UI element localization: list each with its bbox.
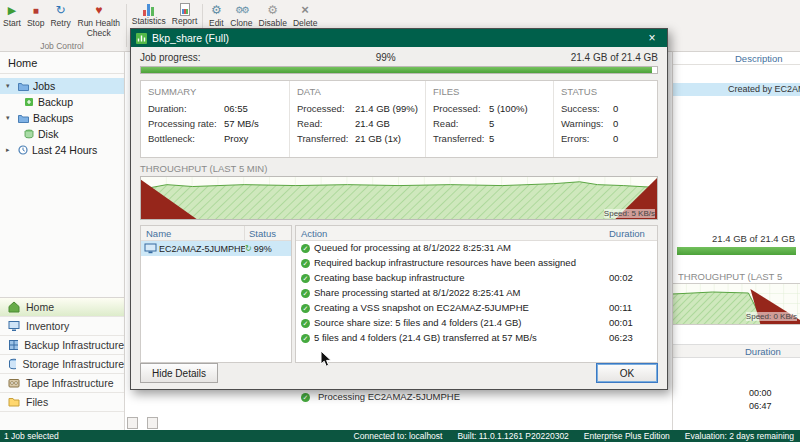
tree-item-last-24-hours[interactable]: ▸ Last 24 Hours xyxy=(0,142,124,158)
report-icon xyxy=(180,3,190,16)
chevron-down-icon[interactable]: ▾ xyxy=(6,82,14,90)
delete-icon: × xyxy=(301,3,309,18)
errors-count: 0 xyxy=(613,133,618,144)
chevron-down-icon[interactable]: ▾ xyxy=(6,114,14,122)
tree-item-jobs[interactable]: ▾ Jobs xyxy=(0,78,124,94)
machines-table: Name Status EC2AMAZ-5JUMPHE ↻ 99% xyxy=(140,225,292,363)
ribbon-separator xyxy=(126,4,127,47)
start-button[interactable]: ▶ Start xyxy=(0,2,24,30)
check-icon: ✓ xyxy=(301,289,310,298)
machine-row[interactable]: EC2AMAZ-5JUMPHE ↻ 99% xyxy=(141,241,291,256)
name-column-header[interactable]: Name xyxy=(141,226,245,240)
nav-item-backup-infrastructure[interactable]: Backup Infrastructure xyxy=(0,336,124,355)
delete-button[interactable]: × Delete xyxy=(290,2,321,30)
nav-item-storage-infrastructure[interactable]: Storage Infrastructure xyxy=(0,355,124,374)
duration-value: 06:47 xyxy=(749,401,772,411)
folder-icon xyxy=(18,82,29,91)
machine-status-percent: 99% xyxy=(254,244,272,254)
warnings-count: 0 xyxy=(613,118,618,129)
nav-item-home[interactable]: Home xyxy=(0,298,124,317)
selected-job-row[interactable]: Created by EC2AMAZ-5J xyxy=(673,83,800,96)
action-row[interactable]: ✓ Creating base backup infrastructure 00… xyxy=(296,271,657,286)
job-stats-icon xyxy=(136,33,147,44)
files-icon xyxy=(8,396,20,408)
check-icon: ✓ xyxy=(301,304,310,313)
close-icon[interactable]: × xyxy=(642,29,662,47)
tree-item-disk[interactable]: Disk xyxy=(0,126,124,142)
dialog-title: Bkp_share (Full) xyxy=(152,32,637,44)
action-row[interactable]: ✓ Share processing started at 8/1/2022 8… xyxy=(296,286,657,301)
action-row[interactable]: ✓ Queued for processing at 8/1/2022 8:25… xyxy=(296,241,657,256)
edit-note-icon[interactable] xyxy=(147,417,158,429)
folder-icon xyxy=(18,114,29,123)
hide-details-button[interactable]: Hide Details xyxy=(140,363,218,383)
nav-item-tape-infrastructure[interactable]: Tape Infrastructure xyxy=(0,374,124,393)
tree-item-backups[interactable]: ▾ Backups xyxy=(0,110,124,126)
health-check-icon: ♥ xyxy=(95,3,102,18)
statistics-button[interactable]: Statistics xyxy=(129,2,169,28)
edition-label: Enterprise Plus Edition xyxy=(584,431,670,441)
duration-value: 06:55 xyxy=(224,103,248,114)
connected-label: Connected to: localhost xyxy=(354,431,443,441)
stop-icon: ■ xyxy=(33,3,39,18)
inventory-icon xyxy=(8,320,20,332)
edit-button[interactable]: ⚙ Edit xyxy=(205,2,227,30)
background-progress-size: 21.4 GB of 21.4 GB xyxy=(712,233,795,244)
duration-column-header[interactable]: Duration xyxy=(605,228,657,239)
status-column-header[interactable]: Status xyxy=(245,228,291,239)
sidebar: Home ▾ Jobs Backup ▾ Backups Disk ▸ xyxy=(0,52,125,430)
check-icon: ✓ xyxy=(301,334,310,343)
background-processing-row: ✓ Processing EC2AMAZ-5JUMPHE xyxy=(296,391,460,402)
check-icon: ✓ xyxy=(301,259,310,268)
files-transferred-value: 5 xyxy=(489,133,494,144)
retry-button[interactable]: ↻ Retry xyxy=(47,2,73,30)
job-statistics-panel: SUMMARY Duration:06:55 Processing rate:5… xyxy=(140,80,658,158)
evaluation-label: Evaluation: 2 days remaining xyxy=(685,431,794,441)
job-progress-dialog: Bkp_share (Full) × Job progress: 99% 21.… xyxy=(130,28,668,390)
run-health-check-button[interactable]: ♥ Run Health Check xyxy=(74,2,124,40)
chevron-right-icon[interactable]: ▸ xyxy=(6,146,14,154)
view-switcher: Home Inventory Backup Infrastructure Sto… xyxy=(0,297,124,412)
action-row[interactable]: ✓ Source share size: 5 files and 4 folde… xyxy=(296,316,657,331)
background-speed-label: Speed: 0 KB/s xyxy=(746,312,797,321)
disable-button[interactable]: ⚙ Disable xyxy=(256,2,290,30)
storage-infrastructure-icon xyxy=(8,358,16,370)
duration-column-header[interactable]: Duration xyxy=(673,344,800,358)
description-column-header[interactable]: Description xyxy=(673,52,800,65)
selected-jobs-label: 1 Job selected xyxy=(4,431,59,441)
throughput-chart: Speed: 5 KB/s xyxy=(140,176,658,220)
action-row[interactable]: ✓ Required backup infrastructure resourc… xyxy=(296,256,657,271)
job-progress-percent: 99% xyxy=(376,52,396,63)
disk-icon xyxy=(24,129,34,139)
speed-label: Speed: 5 KB/s xyxy=(604,209,655,218)
ok-button[interactable]: OK xyxy=(596,363,658,383)
check-icon: ✓ xyxy=(301,393,310,402)
action-column-header[interactable]: Action xyxy=(296,228,605,239)
retry-icon: ↻ xyxy=(56,3,66,18)
report-button[interactable]: Report xyxy=(169,2,201,28)
clone-button[interactable]: ⚙⚙ Clone xyxy=(227,2,255,30)
dialog-title-bar[interactable]: Bkp_share (Full) × xyxy=(131,29,667,47)
tree-item-backup[interactable]: Backup xyxy=(0,94,124,110)
computer-icon xyxy=(144,243,157,254)
backup-infrastructure-icon xyxy=(8,339,18,351)
data-read-value: 21.4 GB xyxy=(355,118,390,129)
bottom-mini-toolbar xyxy=(127,417,158,429)
mouse-cursor xyxy=(320,350,332,370)
stop-button[interactable]: ■ Stop xyxy=(24,2,48,30)
home-icon xyxy=(8,301,20,313)
action-row[interactable]: ✓ 5 files and 4 folders (21.4 GB) transf… xyxy=(296,331,657,346)
check-icon: ✓ xyxy=(301,274,310,283)
nav-item-files[interactable]: Files xyxy=(0,393,124,412)
build-label: Built: 11.0.1.1261 P20220302 xyxy=(457,431,568,441)
statistics-icon xyxy=(143,3,154,16)
notes-icon[interactable] xyxy=(127,417,138,429)
background-throughput-title: THROUGHPUT (LAST 5 xyxy=(678,271,800,282)
processing-rate-value: 57 MB/s xyxy=(224,118,259,129)
edit-icon: ⚙ xyxy=(211,3,222,18)
veeam-main-window: ▶ Start ■ Stop ↻ Retry ♥ Run Health Chec… xyxy=(0,0,800,442)
check-icon: ✓ xyxy=(301,244,310,253)
data-transferred-value: 21 GB (1x) xyxy=(355,133,401,144)
action-row[interactable]: ✓ Creating a VSS snapshot on EC2AMAZ-5JU… xyxy=(296,301,657,316)
nav-item-inventory[interactable]: Inventory xyxy=(0,317,124,336)
